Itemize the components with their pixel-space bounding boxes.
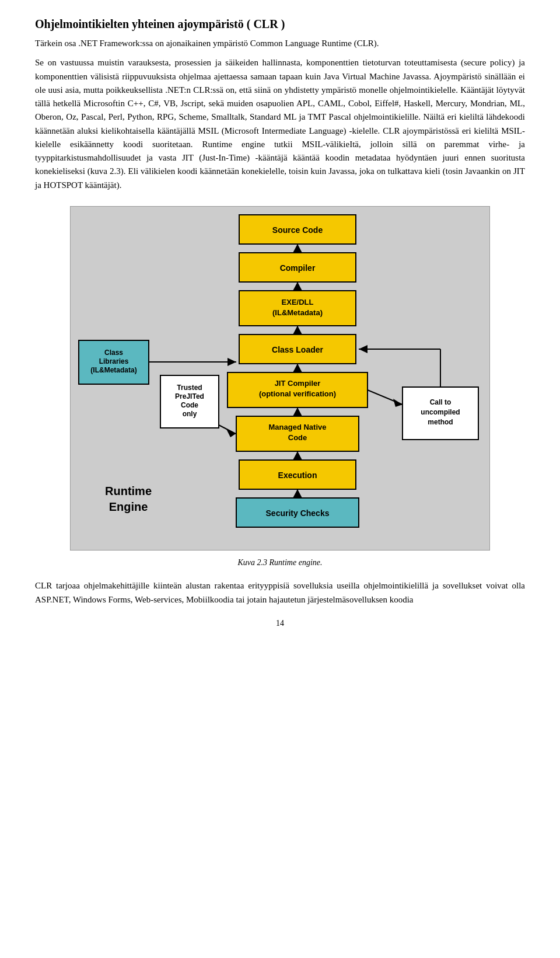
svg-text:(IL&Metadata): (IL&Metadata) — [272, 308, 323, 317]
managed-native-label: Managed Native — [269, 423, 327, 431]
diagram-container: Source Code Compiler EXE/DLL (IL&Metadat… — [35, 206, 525, 551]
compiler-label: Compiler — [280, 263, 316, 273]
jit-compiler-label: JIT Compiler — [275, 379, 321, 388]
page-title: Ohjelmointikielten yhteinen ajoympäristö… — [35, 18, 525, 31]
footer-paragraph: CLR tarjoaa ohjelmakehittäjille kiinteän… — [35, 579, 525, 607]
svg-text:uncompiled: uncompiled — [421, 408, 460, 416]
paragraph-2: Se on vastuussa muistin varauksesta, pro… — [35, 56, 525, 192]
svg-text:method: method — [428, 418, 453, 426]
runtime-engine-diagram: Source Code Compiler EXE/DLL (IL&Metadat… — [70, 206, 490, 551]
svg-text:(optional verification): (optional verification) — [259, 389, 336, 398]
class-loader-label: Class Loader — [272, 345, 323, 354]
svg-text:Libraries: Libraries — [99, 357, 129, 365]
svg-text:Engine: Engine — [109, 500, 148, 513]
svg-text:only: only — [183, 410, 197, 418]
svg-text:(IL&Metadata): (IL&Metadata) — [90, 366, 136, 374]
trusted-label: Trusted — [177, 384, 202, 392]
svg-text:Code: Code — [181, 401, 198, 409]
class-libraries-label: Class — [104, 349, 123, 357]
diagram-caption: Kuva 2.3 Runtime engine. — [35, 556, 525, 569]
svg-text:PreJITed: PreJITed — [175, 392, 204, 400]
paragraph-1: Tärkein osa .NET Framework:ssa on ajonai… — [35, 37, 525, 50]
exe-dll-label: EXE/DLL — [282, 298, 314, 306]
svg-text:Code: Code — [288, 433, 307, 442]
security-checks-label: Security Checks — [266, 508, 330, 518]
call-to-uncompiled-label: Call to — [430, 398, 452, 406]
source-code-label: Source Code — [272, 225, 323, 235]
runtime-engine-label: Runtime — [105, 485, 152, 497]
execution-label: Execution — [278, 471, 317, 480]
page-number: 14 — [35, 617, 525, 630]
